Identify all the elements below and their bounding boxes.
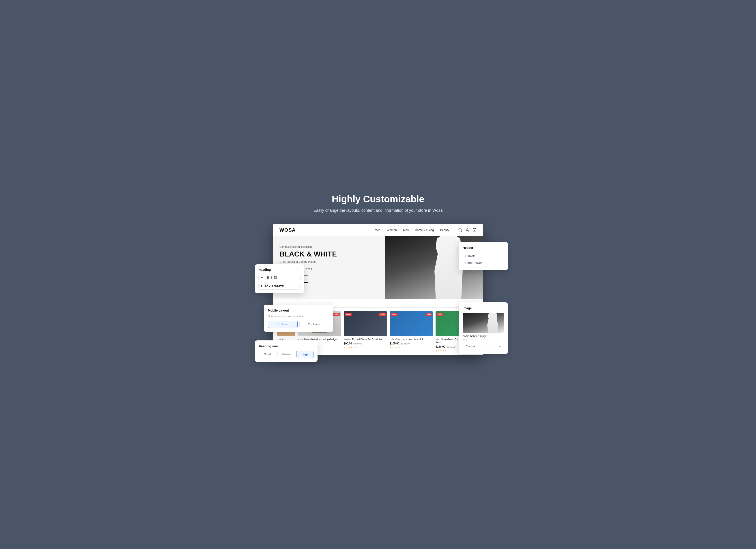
nav-men[interactable]: Men xyxy=(375,228,380,232)
browser-mockup: WOSA Men Women Kids Home & Living Beauty xyxy=(273,224,483,355)
figure-silhouette-preview xyxy=(486,313,499,333)
review-count-1: 1 xyxy=(356,346,357,348)
heading-size-title: Heading size xyxy=(259,344,314,348)
header-item-card-drawer-label: Card Drawer xyxy=(465,261,482,265)
hero-section: Contrast inspired collection BLACK & WHI… xyxy=(273,236,483,299)
two-columns-option[interactable]: 2 columns xyxy=(299,321,329,328)
header-item-header-label: Header xyxy=(465,254,475,258)
sale-badge-2: Sale xyxy=(391,313,397,316)
italic-icon[interactable]: I xyxy=(271,276,272,279)
bold-icon[interactable]: B xyxy=(267,276,269,279)
star: ★ xyxy=(390,346,392,348)
original-price-2: $115.00 xyxy=(401,342,410,345)
nav-home-living[interactable]: Home & Living xyxy=(415,228,434,232)
cart-icon[interactable] xyxy=(473,228,477,232)
heading-size-panel: Heading size Small Medium Large xyxy=(255,340,318,362)
heading-toolbar: ✦ B I ⛓ xyxy=(258,274,301,281)
image-panel: Image home-banner-image JPG Change ∨ xyxy=(459,302,508,354)
review-count-3: 1 xyxy=(447,349,449,351)
change-image-button[interactable]: Change ∨ xyxy=(463,343,504,350)
star: ★ xyxy=(392,346,394,348)
mobile-layout-subtitle: Number of columns on mobile xyxy=(268,315,329,318)
review-count-2: 1 xyxy=(402,346,403,348)
star: ★ xyxy=(440,349,442,351)
discount-badge-0: -14% xyxy=(333,313,340,316)
current-price-1: $90.00 xyxy=(344,342,352,345)
star: ★ xyxy=(350,346,352,348)
star-empty: ★ xyxy=(396,346,398,348)
mobile-layout-panel: Mobile Layout Number of columns on mobil… xyxy=(264,304,333,332)
link-icon[interactable]: ⛓ xyxy=(274,276,277,279)
hero-label: Contrast inspired collection xyxy=(279,245,378,249)
product-img-1: Sale -10% xyxy=(344,311,387,336)
star: ★ xyxy=(436,349,438,351)
page-title: Highly Customizable xyxy=(255,194,501,205)
mobile-layout-title: Mobile Layout xyxy=(268,308,329,312)
header-panel-title: Header xyxy=(463,246,504,250)
image-preview xyxy=(463,313,504,333)
nav-kids[interactable]: Kids xyxy=(403,228,409,232)
store-nav-icons xyxy=(458,228,477,232)
star: ★ xyxy=(348,346,350,348)
heading-value[interactable]: BLACK & WHITE xyxy=(258,283,301,289)
heading-panel-title: Heading xyxy=(258,268,301,272)
discount-badge-1: -10% xyxy=(379,313,386,316)
change-label: Change xyxy=(466,345,475,348)
hero-desc-1: Great launch at Central Palace xyxy=(279,260,378,264)
current-price-3: $130.00 xyxy=(436,345,445,348)
svg-point-0 xyxy=(459,229,461,231)
product-prices-1: $90.00 $100.00 xyxy=(344,342,387,345)
product-title-partial: ...ated xyxy=(277,338,295,341)
discount-badge-2: -9% xyxy=(426,313,432,316)
star: ★ xyxy=(442,349,444,351)
store-nav: WOSA Men Women Kids Home & Living Beauty xyxy=(273,224,483,236)
star-empty: ★ xyxy=(353,346,355,348)
sale-badge-3: Sale xyxy=(437,313,443,316)
image-type: JPG xyxy=(463,338,504,341)
size-options: Small Medium Large xyxy=(259,351,314,358)
store-logo: WOSA xyxy=(279,227,296,233)
nav-women[interactable]: Women xyxy=(387,228,397,232)
drag-icon[interactable]: ✦ xyxy=(260,276,263,279)
header-panel: Header › Header › Card Drawer xyxy=(459,242,508,271)
product-title-2: Luiz Vitton Lace one piece Suit xyxy=(390,338,433,341)
chevron-down-icon: ∨ xyxy=(499,345,501,348)
product-img-2: Sale -9% xyxy=(390,311,433,336)
star: ★ xyxy=(346,346,348,348)
star-empty: ★ xyxy=(399,346,401,348)
size-medium[interactable]: Medium xyxy=(277,351,295,358)
header-item-card-drawer[interactable]: › Card Drawer xyxy=(463,259,504,266)
star: ★ xyxy=(394,346,396,348)
header-item-header[interactable]: › Header xyxy=(463,252,504,259)
column-options: 1 column 2 columns xyxy=(268,321,329,328)
nav-beauty[interactable]: Beauty xyxy=(440,228,449,232)
account-icon[interactable] xyxy=(465,228,469,232)
image-name: home-banner-image xyxy=(463,334,504,338)
star: ★ xyxy=(344,346,346,348)
svg-line-1 xyxy=(461,231,462,232)
page-wrapper: Highly Customizable Easily change the la… xyxy=(255,194,501,355)
demo-container: Heading ✦ B I ⛓ BLACK & WHITE Mobile Lay… xyxy=(255,224,501,355)
chevron-right-icon: › xyxy=(463,254,464,257)
original-price-3: $140.00 xyxy=(447,345,455,348)
star: ★ xyxy=(445,349,447,351)
product-card-1: Sale -10% Knitted Formal Dress Set for w… xyxy=(344,311,387,352)
heading-editor-panel: Heading ✦ B I ⛓ BLACK & WHITE xyxy=(255,264,304,293)
svg-point-2 xyxy=(467,229,468,230)
image-panel-title: Image xyxy=(463,306,504,310)
one-column-option[interactable]: 1 column xyxy=(268,321,298,328)
search-icon[interactable] xyxy=(458,228,462,232)
size-large[interactable]: Large xyxy=(296,351,314,358)
sale-badge-1: Sale xyxy=(345,313,352,316)
stars-1: ★ ★ ★ ★ ★ 1 xyxy=(344,346,387,348)
hero-title: BLACK & WHITE xyxy=(279,250,378,258)
size-small[interactable]: Small xyxy=(259,351,276,358)
star: ★ xyxy=(438,349,440,351)
chevron-right-icon-2: › xyxy=(463,261,464,264)
current-price-2: $105.00 xyxy=(390,342,399,345)
original-price-1: $100.00 xyxy=(353,342,362,345)
page-subtitle: Easily change the layouts, content and i… xyxy=(255,208,501,213)
store-nav-links: Men Women Kids Home & Living Beauty xyxy=(375,228,449,232)
product-card-2: Sale -9% Luiz Vitton Lace one piece Suit… xyxy=(390,311,433,352)
stars-2: ★ ★ ★ ★ ★ 1 xyxy=(390,346,433,348)
